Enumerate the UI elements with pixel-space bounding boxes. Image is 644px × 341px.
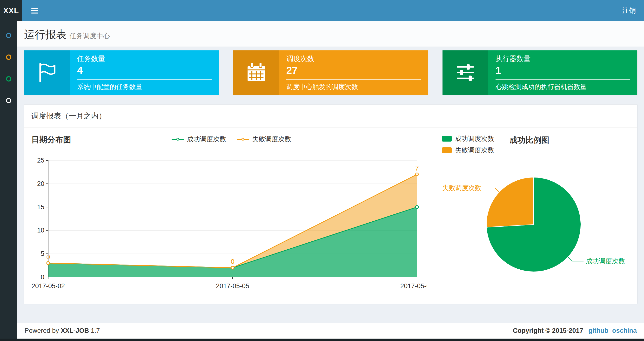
svg-text:失败调度次数: 失败调度次数 [442,184,481,191]
line-chart-legend: 成功调度次数 失败调度次数 [172,135,291,144]
sidebar-toggle-button[interactable] [30,6,39,16]
sidebar-item-2[interactable] [6,55,11,60]
svg-text:0: 0 [41,273,44,281]
sliders-icon [442,50,488,95]
hamburger-icon [31,13,38,14]
svg-text:成功调度次数: 成功调度次数 [586,257,625,265]
date-distribution-section: 日期分布图 成功调度次数 [31,134,432,295]
success-ratio-section: 成功调度次数 失败调度次数 成功比例图 成功 [432,134,630,295]
calendar-icon [233,50,279,95]
info-box-jobs: 任务数量 4 系统中配置的任务数量 [24,50,219,95]
pie-chart-legend: 成功调度次数 失败调度次数 [442,134,494,155]
line-marker-icon [172,137,184,141]
page-title: 运行报表 [24,29,66,40]
info-box-title: 任务数量 [77,54,212,64]
report-panel: 调度报表（一月之内） 日期分布图 [24,104,637,304]
info-box-description: 系统中配置的任务数量 [77,83,212,91]
github-link[interactable]: github [588,327,608,334]
svg-text:15: 15 [37,204,44,211]
info-box-value: 27 [286,65,421,76]
info-box-value: 4 [77,65,212,76]
swatch-icon [442,136,452,142]
page-subtitle: 任务调度中心 [70,32,110,40]
circle-icon [6,55,11,60]
app-window: XXL 注销 运行报表任务调度中心 [0,0,644,341]
info-box-title: 执行器数量 [496,54,630,64]
hamburger-icon [31,8,38,9]
legend-item-fail[interactable]: 失败调度次数 [442,146,494,155]
info-box-value: 1 [496,65,630,76]
logo[interactable]: XXL [0,0,22,21]
svg-text:7: 7 [415,165,419,172]
divider [286,79,421,80]
navbar: 注销 [22,0,644,21]
line-marker-icon [237,137,249,141]
svg-text:2017-05-05: 2017-05-05 [216,282,249,290]
info-box-triggers: 调度次数 27 调度中心触发的调度次数 [233,50,428,95]
oschina-link[interactable]: oschina [612,327,637,334]
svg-text:0: 0 [46,253,50,261]
page-footer: Powered by XXL-JOB 1.7 Copyright © 2015-… [17,323,644,338]
line-chart-title: 日期分布图 [31,135,71,144]
panel-title: 调度报表（一月之内） [24,105,637,128]
pie-chart-title: 成功比例图 [510,135,549,146]
svg-text:10: 10 [37,227,44,234]
info-box-title: 调度次数 [286,54,421,64]
swatch-icon [442,147,452,153]
main-content: 运行报表任务调度中心 任 [17,21,644,338]
info-box-description: 心跳检测成功的执行器机器数量 [496,83,630,91]
circle-icon [6,98,11,103]
circle-icon [6,76,11,82]
legend-item-fail[interactable]: 失败调度次数 [237,135,291,144]
sidebar-item-4[interactable] [6,98,11,103]
circle-icon [6,33,11,38]
sidebar-item-3[interactable] [6,76,11,82]
divider [77,79,212,80]
sidebar-item-1[interactable] [6,33,11,38]
copyright: Copyright © 2015-2017 [513,327,583,334]
svg-text:0: 0 [231,258,234,265]
sidebar [0,21,17,338]
svg-text:25: 25 [37,157,44,164]
svg-text:2017-05-02: 2017-05-02 [32,282,65,290]
top-navbar: XXL 注销 [0,0,644,21]
date-distribution-chart: 05101520252017-05-022017-05-052017-05-08… [31,149,426,294]
svg-text:2017-05-08: 2017-05-08 [400,282,426,290]
hamburger-icon [31,10,38,11]
svg-text:5: 5 [41,250,44,257]
content-header: 运行报表任务调度中心 [17,21,644,47]
flag-icon [24,50,70,95]
info-box-executors: 执行器数量 1 心跳检测成功的执行器机器数量 [442,50,637,95]
divider [496,79,630,80]
success-ratio-pie: 成功调度次数失败调度次数 [442,155,630,290]
svg-text:20: 20 [37,180,44,187]
info-box-description: 调度中心触发的调度次数 [286,83,421,91]
logout-link[interactable]: 注销 [622,6,636,15]
legend-item-success[interactable]: 成功调度次数 [172,135,226,144]
info-box-row: 任务数量 4 系统中配置的任务数量 [24,50,637,95]
legend-item-success[interactable]: 成功调度次数 [442,134,494,143]
powered-by: Powered by XXL-JOB 1.7 [24,327,100,334]
